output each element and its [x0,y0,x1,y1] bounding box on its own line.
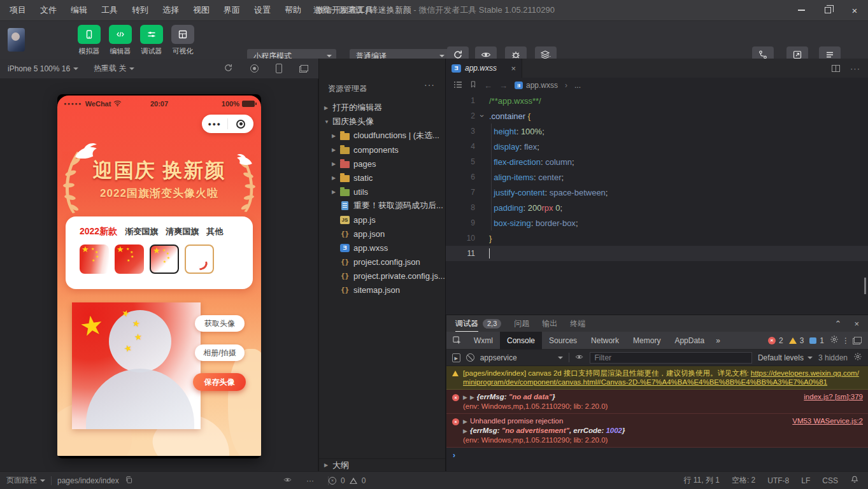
eol[interactable]: LF [801,476,810,485]
tab-output[interactable]: 输出 [542,318,557,329]
tab-appdata[interactable]: AppData [667,332,711,350]
menu-tools[interactable]: 工具 [94,0,125,20]
save-avatar-button[interactable]: 保存头像 [193,373,246,391]
restore-button[interactable] [815,0,841,20]
capsule-more-icon[interactable]: ●●● [202,121,227,127]
bookmark-icon[interactable] [469,80,477,90]
tree-file-appwxss[interactable]: app.wxss [319,241,445,255]
console-error[interactable]: × VM53 WAService.js:2 ▶Unhandled promise… [446,414,868,448]
avatar[interactable] [8,28,25,52]
flag-thumbnail[interactable]: ★★★★★ [80,244,109,274]
tab-network[interactable]: Network [584,332,626,350]
code-line[interactable]: 11 [446,246,868,261]
inspect-element-icon[interactable] [446,336,467,345]
undock-icon[interactable] [853,337,862,344]
error-count-icon[interactable]: × [768,337,776,344]
copy-icon[interactable] [125,476,133,486]
project-root[interactable]: ▼国庆换头像 [319,115,445,129]
expand-icon[interactable]: ▶ [463,394,467,400]
open-editors-section[interactable]: ▶打开的编辑器 [319,101,445,115]
devtools-settings-icon[interactable] [830,335,839,346]
tab-debugger[interactable]: 调试器 [455,318,478,332]
code-line[interactable]: 6 align-items: center; [446,169,868,185]
filter-input[interactable] [590,352,751,364]
device-select[interactable]: iPhone 5 100% 16 [0,64,78,73]
console-error[interactable]: × index.js? [sm]:379 ▶▶{errMsg: "no ad d… [446,390,868,414]
live-expression-icon[interactable] [574,353,584,363]
tab-console[interactable]: Console [500,332,542,350]
code-line[interactable]: 8 padding: 200rpx 0; [446,200,868,215]
collapse-panel-icon[interactable]: ⌃ [835,319,842,329]
rotate-icon[interactable] [224,63,233,74]
clear-console-icon[interactable] [466,353,474,362]
capsule-close-icon[interactable] [228,120,253,129]
menu-devtools[interactable]: 微信开发者工具 [308,0,380,20]
close-panel-icon[interactable]: × [854,319,859,329]
tree-file-sitemap[interactable]: sitemap.json [319,283,445,297]
tab-other[interactable]: 其他 [206,226,223,237]
bell-icon[interactable] [850,475,859,486]
context-select[interactable]: appservice [480,353,563,362]
menu-file[interactable]: 文件 [33,0,64,20]
more-icon[interactable]: ··· [424,80,435,90]
info-count-icon[interactable] [809,337,816,344]
forward-icon[interactable]: → [499,81,508,90]
menu-help[interactable]: 帮助 [278,0,308,20]
flag-thumbnail-frame[interactable] [185,244,214,274]
close-button[interactable]: × [841,0,868,20]
page-path-select[interactable]: 页面路径 [6,475,45,486]
tree-folder-utils[interactable]: ▶utils [319,185,445,199]
tab-memory[interactable]: Memory [626,332,667,350]
code-line[interactable]: 3 height: 100%; [446,124,868,139]
detach-window-icon[interactable] [299,65,308,73]
outline-section[interactable]: ▶大纲 [319,458,445,471]
tree-file-projectprivate[interactable]: project.private.config.js... [319,269,445,283]
minimize-button[interactable] [788,0,815,20]
tab-clean-flag[interactable]: 清爽国旗 [166,226,199,237]
eval-context-icon[interactable]: ▸ [452,353,460,362]
menu-edit[interactable]: 编辑 [64,0,94,20]
tab-sources[interactable]: Sources [542,332,584,350]
expand-icon[interactable]: ▶ [463,418,467,425]
source-link[interactable]: index.js? [sm]:379 [804,392,863,401]
menu-settings[interactable]: 设置 [247,0,278,20]
flag-thumbnail-selected[interactable]: ★★★★★ [150,244,179,274]
tree-folder-pages[interactable]: ▶pages [319,157,445,171]
cursor-position[interactable]: 行 11, 列 1 [683,475,719,486]
more-icon[interactable]: ··· [306,476,314,485]
code-line[interactable]: 7 justify-content: space-between; [446,185,868,200]
code-area[interactable]: 1/**app.wxss**/2›.container {3 height: 1… [446,93,868,315]
split-editor-icon[interactable] [832,65,840,72]
menu-select[interactable]: 选择 [155,0,186,20]
get-avatar-button[interactable]: 获取头像 [195,315,245,332]
problem-counts[interactable]: ×0 0 [329,472,366,489]
simulator-toggle-button[interactable]: 模拟器 [76,25,102,56]
code-line[interactable]: 5 flex-direction: column; [446,154,868,169]
expand-icon[interactable]: ▶ [470,394,474,400]
console-settings-icon[interactable] [853,352,862,363]
device-frame-icon[interactable] [276,64,282,73]
tab-terminal[interactable]: 终端 [570,318,585,329]
tree-file-appjson[interactable]: app.json [319,227,445,241]
expand-icon[interactable]: ▶ [463,428,467,434]
tree-folder-components[interactable]: ▶components [319,143,445,157]
language-mode[interactable]: CSS [822,476,838,485]
flag-thumbnail[interactable]: ★★★★★ [115,244,144,274]
encoding[interactable]: UTF-8 [767,476,789,485]
tree-file-appjs[interactable]: app.js [319,213,445,227]
log-levels-select[interactable]: Default levels [758,353,813,362]
tree-file-readme[interactable]: 重要！获取源码成功后... [319,199,445,213]
indentation[interactable]: 空格: 2 [732,475,755,486]
tree-folder-cloudfunctions[interactable]: ▶cloudfunctions | (未选... [319,129,445,143]
code-line[interactable]: 1/**app.wxss**/ [446,93,868,108]
tab-wxml[interactable]: Wxml [467,332,500,350]
editor-toggle-button[interactable]: 编辑器 [108,25,133,56]
tab-gradient-flag[interactable]: 渐变国旗 [125,226,158,237]
debugger-toggle-button[interactable]: 调试器 [139,25,164,56]
code-line[interactable]: 10} [446,230,868,246]
source-link[interactable]: VM53 WAService.js:2 [792,416,863,425]
breadcrumb-more[interactable]: ... [574,81,581,90]
tree-folder-static[interactable]: ▶static [319,171,445,185]
tab-app-wxss[interactable]: app.wxss × [446,59,522,78]
code-line[interactable]: 2›.container { [446,108,868,124]
